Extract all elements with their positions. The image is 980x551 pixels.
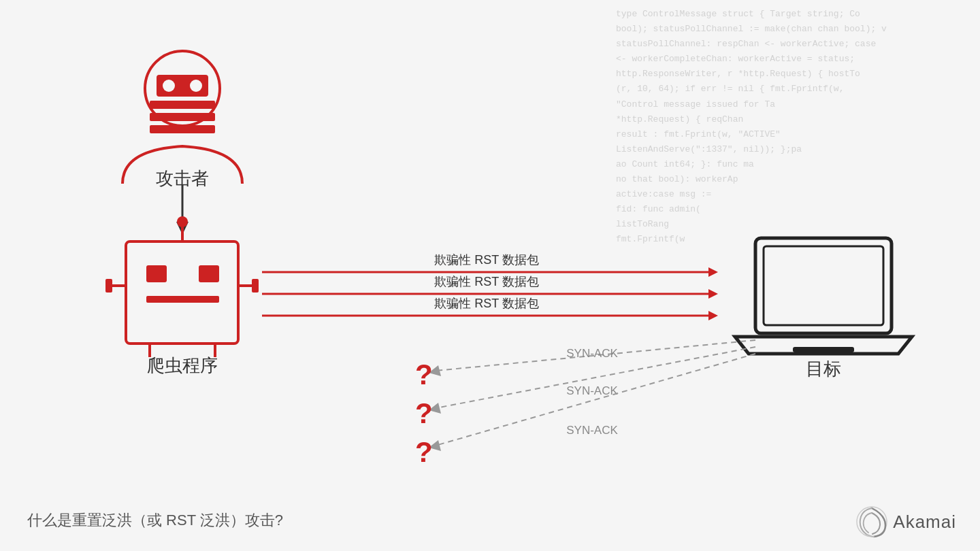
svg-rect-9 bbox=[126, 241, 238, 344]
svg-text:欺骗性 RST 数据包: 欺骗性 RST 数据包 bbox=[434, 275, 539, 288]
svg-rect-12 bbox=[146, 296, 219, 303]
svg-text:欺骗性 RST 数据包: 欺骗性 RST 数据包 bbox=[434, 253, 539, 267]
svg-text:?: ? bbox=[415, 358, 433, 390]
svg-marker-34 bbox=[429, 365, 441, 376]
target-label: 目标 bbox=[772, 357, 875, 381]
attacker-label: 攻击者 bbox=[148, 167, 216, 190]
background-code: type ControlMessage struct { Target stri… bbox=[606, 0, 980, 551]
svg-point-0 bbox=[145, 51, 220, 126]
svg-text:?: ? bbox=[415, 436, 433, 468]
svg-marker-22 bbox=[708, 267, 718, 277]
svg-rect-10 bbox=[146, 265, 167, 282]
svg-text:SYN-ACK: SYN-ACK bbox=[566, 424, 618, 437]
svg-line-33 bbox=[436, 340, 755, 371]
svg-text:欺骗性 RST 数据包: 欺骗性 RST 数据包 bbox=[434, 297, 539, 310]
svg-rect-31 bbox=[764, 246, 883, 325]
svg-marker-28 bbox=[708, 311, 718, 320]
svg-rect-18 bbox=[252, 279, 259, 293]
akamai-logo-icon bbox=[855, 505, 889, 539]
svg-line-36 bbox=[436, 347, 755, 408]
svg-marker-37 bbox=[429, 403, 441, 414]
svg-rect-2 bbox=[150, 113, 215, 121]
svg-marker-8 bbox=[176, 222, 189, 235]
diagram-svg: 欺骗性 RST 数据包 欺骗性 RST 数据包 欺骗性 RST 数据包 SYN-… bbox=[0, 0, 980, 551]
svg-text:SYN-ACK: SYN-ACK bbox=[566, 347, 618, 360]
svg-point-5 bbox=[163, 80, 175, 92]
svg-rect-4 bbox=[157, 75, 208, 97]
akamai-logo: Akamai bbox=[855, 505, 956, 539]
svg-marker-40 bbox=[429, 440, 441, 451]
svg-rect-30 bbox=[755, 238, 892, 333]
svg-text:?: ? bbox=[415, 397, 433, 429]
svg-rect-3 bbox=[150, 125, 215, 133]
svg-rect-32 bbox=[793, 347, 854, 352]
svg-rect-11 bbox=[199, 265, 219, 282]
svg-point-14 bbox=[177, 216, 188, 227]
svg-rect-1 bbox=[150, 101, 215, 109]
svg-point-6 bbox=[190, 80, 202, 92]
svg-text:SYN-ACK: SYN-ACK bbox=[566, 384, 618, 397]
svg-rect-16 bbox=[105, 279, 112, 293]
bottom-title: 什么是重置泛洪（或 RST 泛洪）攻击? bbox=[27, 510, 283, 531]
svg-line-39 bbox=[436, 354, 755, 446]
robot-label: 爬虫程序 bbox=[133, 354, 231, 378]
svg-marker-25 bbox=[708, 289, 718, 299]
akamai-text: Akamai bbox=[893, 512, 956, 533]
